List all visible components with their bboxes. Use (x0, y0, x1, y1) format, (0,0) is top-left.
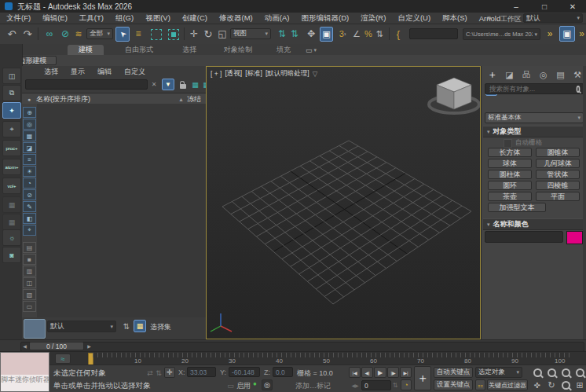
bind-to-space-warp-icon[interactable]: ≋ (72, 27, 85, 41)
panel-scrollbar[interactable] (583, 66, 586, 339)
maxscript-mini-listener[interactable]: 脚本迷你侦听器 (0, 352, 49, 392)
menu-edit[interactable]: 编辑(E) (42, 13, 68, 24)
progressive-display-button[interactable]: ◎ (262, 379, 273, 390)
left-tool-2-icon[interactable]: ⧉ (2, 85, 21, 101)
explorer-toggle-5-icon[interactable]: ≡ (23, 154, 36, 165)
select-and-rotate-icon[interactable]: ↻ (202, 27, 214, 41)
zoom-extents-all-button[interactable] (573, 367, 586, 378)
unlink-selection-icon[interactable]: ⊘ (58, 27, 72, 41)
key-filters-paw-icon[interactable]: ⚏ (475, 379, 485, 390)
mini-curve-editor-button[interactable]: ≈ (55, 354, 71, 364)
ribbon-tab-object-paint[interactable]: 对象绘制 (215, 45, 261, 55)
explorer-toggle-4-icon[interactable]: ◪ (23, 142, 36, 153)
explorer-tool-3-icon[interactable]: ▥ (23, 266, 36, 277)
expand-all-icon[interactable]: ▦ (190, 79, 200, 90)
auto-key-button[interactable]: 自动关键点 (434, 367, 473, 378)
text-plus-button[interactable]: 加强型文本 (488, 203, 546, 212)
absolute-mode-toggle[interactable]: ✛ (164, 367, 175, 378)
key-filters-button[interactable]: 关键点过滤器 (487, 379, 528, 390)
go-to-start-button[interactable]: |◀ (349, 367, 361, 378)
undo-icon[interactable]: ↶ (5, 27, 19, 41)
go-to-end-button[interactable]: ▶| (400, 367, 412, 378)
left-tool-1-icon[interactable]: ◫ (2, 68, 21, 84)
angle-snap-icon[interactable]: ∠ (350, 27, 363, 41)
zoom-all-button[interactable] (545, 367, 558, 378)
cylinder-button[interactable]: 圆柱体 (488, 170, 532, 179)
track-bar[interactable]: ≈ 10 20 30 40 50 60 70 80 90 100 (0, 351, 586, 365)
workspace-dropdown[interactable]: 默认▾ (523, 13, 583, 23)
color-swatch[interactable] (566, 231, 583, 244)
minimize-button[interactable]: – (503, 0, 529, 13)
y-coordinate-field[interactable]: -60.148 (229, 367, 260, 377)
proc-plus-icon[interactable]: proc+ (2, 140, 21, 156)
toolbar-overflow-icon[interactable]: » (544, 27, 555, 41)
use-pivot-center-icon[interactable]: ⇅ (276, 27, 288, 41)
tab-create-icon[interactable]: ＋ (486, 68, 499, 81)
viewport[interactable]: [ + ] [透视] [标准] [默认明暗处理] ▽ (206, 66, 481, 339)
select-and-manipulate-icon[interactable]: ✥ (305, 27, 317, 41)
object-type-rollout[interactable]: ▾ 对象类型 (483, 126, 586, 137)
time-tag-label[interactable]: 添加…标记 (295, 381, 331, 391)
snap-toggle-3d-icon[interactable]: 3³ (336, 27, 349, 41)
explorer-menu-display[interactable]: 显示 (71, 67, 85, 77)
selection-set-combine-button[interactable]: ▦ (134, 320, 146, 332)
explorer-preset-dropdown[interactable]: 默认▾ (47, 321, 116, 332)
adaptive-degradation-icon[interactable]: ▭ (226, 380, 235, 390)
select-and-link-icon[interactable]: ∞ (42, 27, 57, 41)
object-name-input[interactable] (485, 231, 563, 243)
ribbon-tab-freeform[interactable]: 自由形式 (116, 45, 162, 55)
orbit-button[interactable]: ↻ (545, 379, 558, 390)
zoom-extents-button[interactable] (559, 367, 572, 378)
reference-coordinate-dropdown[interactable]: 视图▾ (230, 28, 271, 39)
select-by-name-icon[interactable]: ≡ (131, 27, 145, 41)
window-crossing-icon[interactable] (168, 29, 179, 40)
spinner-snap-icon[interactable]: ⇅ (374, 27, 385, 41)
sort-order-icon[interactable]: ⇅ (121, 321, 132, 332)
frozen-column-header[interactable]: 冻结 (187, 94, 201, 104)
explorer-toggle-1-icon[interactable]: ⊕ (23, 107, 36, 118)
camera-capture-icon[interactable]: ◙ (2, 247, 21, 263)
select-object-button[interactable]: ➤ (115, 27, 130, 42)
frame-nudge-icon[interactable]: ◀▶ (350, 380, 360, 390)
explorer-menu-select[interactable]: 选择 (44, 67, 58, 77)
explorer-toggle-6-icon[interactable]: ☀ (23, 166, 36, 177)
panel-search-input[interactable] (488, 84, 576, 93)
pan-view-button[interactable]: ✜ (531, 379, 544, 390)
pyramid-button[interactable]: 四棱锥 (536, 181, 580, 190)
select-and-move-icon[interactable]: ✛ (188, 27, 200, 41)
tube-button[interactable]: 管状体 (536, 170, 580, 179)
close-button[interactable]: ✕ (559, 0, 586, 13)
zoom-button[interactable] (531, 367, 544, 378)
explorer-toggle-9-icon[interactable]: ✎ (23, 201, 36, 212)
menu-group[interactable]: 组(G) (115, 13, 134, 24)
frame-spinner-icon[interactable]: ⇅ (392, 380, 398, 390)
use-pivot-center-flyout-icon[interactable]: ⇅ (288, 27, 301, 41)
clear-search-icon[interactable]: ✕ (149, 79, 159, 90)
explorer-list-area[interactable] (37, 104, 206, 317)
explorer-toggle-11-icon[interactable]: ⌖ (23, 225, 36, 236)
menu-create[interactable]: 创建(C) (182, 13, 207, 24)
autogrid-checkbox[interactable] (504, 139, 512, 148)
next-frame-button[interactable]: |▶ (387, 367, 399, 378)
play-button[interactable]: ▶ (374, 367, 386, 378)
explorer-toggle-2-icon[interactable]: ◎ (23, 119, 36, 130)
current-frame-field[interactable]: 0 (361, 380, 391, 390)
cone-button[interactable]: 圆锥体 (536, 148, 580, 157)
explorer-tool-6-icon[interactable]: ▭ (23, 301, 36, 312)
left-tool-active-icon[interactable]: ✦ (2, 102, 21, 119)
explorer-toggle-8-icon[interactable]: ⊘ (23, 189, 36, 200)
teapot-button[interactable]: 茶壶 (488, 192, 532, 201)
explorer-toggle-10-icon[interactable]: ◧ (23, 213, 36, 224)
tab-motion-icon[interactable]: ◎ (537, 68, 550, 81)
torus-button[interactable]: 圆环 (488, 181, 532, 190)
menu-file[interactable]: 文件(F) (6, 13, 31, 24)
time-slider-handle[interactable]: 0 / 100 (29, 342, 84, 350)
explorer-toggle-3-icon[interactable]: ▦ (23, 130, 36, 141)
panel-search-box[interactable] (485, 83, 584, 94)
autogrid-checkbox-row[interactable]: 自动栅格 (504, 138, 542, 148)
menu-rendering[interactable]: 渲染(R) (361, 13, 386, 24)
menu-animation[interactable]: 动画(A) (265, 13, 290, 24)
explorer-tool-4-icon[interactable]: ◫ (23, 277, 36, 288)
ribbon-tab-selection[interactable]: 选择 (174, 45, 204, 55)
selected-object-dropdown[interactable]: 选定对象▾ (475, 367, 522, 378)
